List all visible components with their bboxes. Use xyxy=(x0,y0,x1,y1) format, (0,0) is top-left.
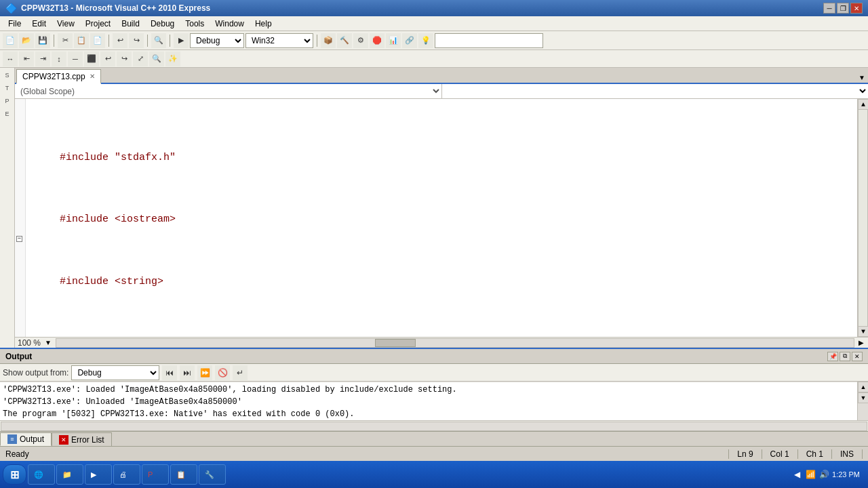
output-close-button[interactable]: ✕ xyxy=(852,352,863,361)
toolbar2b-btn-6[interactable]: ↩ xyxy=(100,52,115,66)
toolbar2b-btn-7[interactable]: ↪ xyxy=(117,52,132,66)
toolbar-btn-9[interactable]: ↪ xyxy=(129,33,144,48)
title-text: CPPW32T13 - Microsoft Visual C++ 2010 Ex… xyxy=(21,3,210,13)
toolbar-btn-8[interactable]: ↩ xyxy=(113,33,127,48)
scroll-right-arrow[interactable]: ▶ xyxy=(857,339,865,346)
ppt-icon: P xyxy=(148,470,153,479)
toolbar-btn-6[interactable]: 📄 xyxy=(90,33,105,48)
menu-item-view[interactable]: View xyxy=(52,18,80,30)
code-line-4 xyxy=(34,336,852,337)
menu-item-debug[interactable]: Debug xyxy=(145,18,180,30)
tray-network-icon[interactable]: 📶 xyxy=(805,469,816,480)
taskbar-app-ie[interactable]: 🌐 xyxy=(28,464,55,485)
minimize-button[interactable]: ─ xyxy=(823,3,835,14)
scope-select-1[interactable]: (Global Scope) xyxy=(15,84,442,98)
collapse-marker-main[interactable]: − xyxy=(16,236,22,242)
output-scroll-down[interactable]: ▼ xyxy=(858,392,868,403)
search-input[interactable] xyxy=(435,33,543,48)
toolbar2b-btn-3[interactable]: ↕ xyxy=(52,52,66,66)
output-controls: 📌 ⧉ ✕ xyxy=(827,352,863,361)
output-pin-button[interactable]: 📌 xyxy=(827,352,838,361)
scope-select-2[interactable] xyxy=(442,84,869,98)
status-ln: Ln 9 xyxy=(729,449,762,459)
toolbar2-btn-5[interactable]: 🔗 xyxy=(402,33,417,48)
taskbar-app-media[interactable]: ▶ xyxy=(85,464,112,485)
toolbar-btn-5[interactable]: 📋 xyxy=(74,33,89,48)
output-scroll-up[interactable]: ▲ xyxy=(858,382,868,392)
toolbar2-btn-4[interactable]: 📊 xyxy=(386,33,401,48)
main-area: S T P E CPPW32T13.cpp ✕ ▼ (Global Scope) xyxy=(0,68,868,348)
windows-logo-icon: ⊞ xyxy=(10,468,19,481)
sep2 xyxy=(317,35,317,47)
toolbar2-btn-0[interactable]: 📦 xyxy=(321,33,336,48)
tab-close-icon[interactable]: ✕ xyxy=(90,73,95,80)
toolbar2b-btn-1[interactable]: ⇤ xyxy=(19,52,34,66)
menu-bar: FileEditViewProjectBuildDebugToolsWindow… xyxy=(0,16,868,31)
output-next-button[interactable]: ⏭ xyxy=(180,365,195,380)
toolbar2: ↔⇤⇥↕─⬛↩↪⤢🔍✨ xyxy=(0,50,868,68)
debug-config-select[interactable]: Debug xyxy=(190,33,244,48)
toolbar2-btn-1[interactable]: 🔨 xyxy=(337,33,352,48)
toolbar2b-btn-9[interactable]: 🔍 xyxy=(149,52,164,66)
toolbar2b-btn-2[interactable]: ⇥ xyxy=(35,52,50,66)
output-tabs: ≡Output✕Error List xyxy=(0,431,868,446)
toolbar-btn-2[interactable]: 💾 xyxy=(35,33,50,48)
output-jump-button[interactable]: ⏩ xyxy=(197,365,212,380)
toolbar2b-btn-8[interactable]: ⤢ xyxy=(133,52,148,66)
taskbar-app-debug[interactable]: 🔧 xyxy=(199,464,226,485)
platform-select[interactable]: Win32 xyxy=(245,33,313,48)
toolbar-btn-1[interactable]: 📂 xyxy=(19,33,34,48)
close-button[interactable]: ✕ xyxy=(850,3,863,14)
sidebar-toolbox[interactable]: T xyxy=(1,82,14,94)
toolbar-btn-0[interactable]: 📄 xyxy=(3,33,18,48)
start-button[interactable]: ⊞ xyxy=(3,464,26,485)
scroll-up-button[interactable]: ▲ xyxy=(858,99,868,110)
output-word-wrap-button[interactable]: ↵ xyxy=(233,365,248,380)
toolbar-btn-11[interactable]: 🔍 xyxy=(151,33,166,48)
taskbar-app-powerpoint[interactable]: P xyxy=(142,464,169,485)
tab-scroll-arrow[interactable]: ▼ xyxy=(856,73,868,83)
zoom-down-arrow[interactable]: ▼ xyxy=(43,339,53,346)
toolbar2b-btn-10[interactable]: ✨ xyxy=(165,52,180,66)
output-clear-button[interactable]: 🚫 xyxy=(215,365,230,380)
system-clock[interactable]: 1:23 PM xyxy=(832,470,860,479)
restore-button[interactable]: ❐ xyxy=(837,3,849,14)
title-controls: ─ ❐ ✕ xyxy=(823,3,863,14)
menu-item-build[interactable]: Build xyxy=(116,18,145,30)
toolbar2b-btn-0[interactable]: ↔ xyxy=(3,52,18,66)
menu-item-tools[interactable]: Tools xyxy=(180,18,210,30)
tray-sound-icon[interactable]: 🔊 xyxy=(818,469,829,480)
sidebar-solution-explorer[interactable]: S xyxy=(1,69,14,81)
menu-item-file[interactable]: File xyxy=(3,18,26,30)
vertical-scrollbar[interactable]: ▲ ▼ xyxy=(857,99,868,337)
output-tab-error-list[interactable]: ✕Error List xyxy=(52,432,112,446)
output-hscroll-track[interactable] xyxy=(1,422,867,431)
menu-item-edit[interactable]: Edit xyxy=(26,18,52,30)
tray-arrow-icon[interactable]: ◀ xyxy=(791,469,802,480)
toolbar2-btn-2[interactable]: ⚙ xyxy=(353,33,368,48)
menu-item-project[interactable]: Project xyxy=(80,18,116,30)
horizontal-scrollbar[interactable] xyxy=(56,338,854,348)
output-float-button[interactable]: ⧉ xyxy=(840,352,850,361)
menu-item-help[interactable]: Help xyxy=(250,18,277,30)
sidebar-team[interactable]: E xyxy=(1,108,14,120)
sidebar-properties[interactable]: P xyxy=(1,95,14,107)
toolbar2-btn-3[interactable]: 🛑 xyxy=(370,33,384,48)
taskbar-app-hp[interactable]: 🖨 xyxy=(113,464,140,485)
scroll-down-button[interactable]: ▼ xyxy=(858,326,868,337)
code-content[interactable]: #include "stdafx.h" #include <iostream> … xyxy=(26,99,857,337)
menu-item-window[interactable]: Window xyxy=(210,18,250,30)
scope-bar: (Global Scope) xyxy=(15,84,868,99)
editor-tab-cpp[interactable]: CPPW32T13.cpp ✕ xyxy=(16,69,101,84)
toolbar-btn-4[interactable]: ✂ xyxy=(58,33,73,48)
toolbar2b-btn-5[interactable]: ⬛ xyxy=(84,52,99,66)
taskbar-app-task[interactable]: 📋 xyxy=(170,464,197,485)
output-source-select[interactable]: Debug xyxy=(71,365,159,380)
toolbar2b-btn-4[interactable]: ─ xyxy=(68,52,83,66)
taskbar-app-explorer[interactable]: 📁 xyxy=(56,464,83,485)
toolbar2-btn-6[interactable]: 💡 xyxy=(418,33,433,48)
output-prev-button[interactable]: ⏮ xyxy=(162,365,177,380)
zoom-label: 100 % xyxy=(18,338,41,348)
output-tab-output[interactable]: ≡Output xyxy=(0,432,52,446)
run-button[interactable]: ▶ xyxy=(174,33,189,48)
